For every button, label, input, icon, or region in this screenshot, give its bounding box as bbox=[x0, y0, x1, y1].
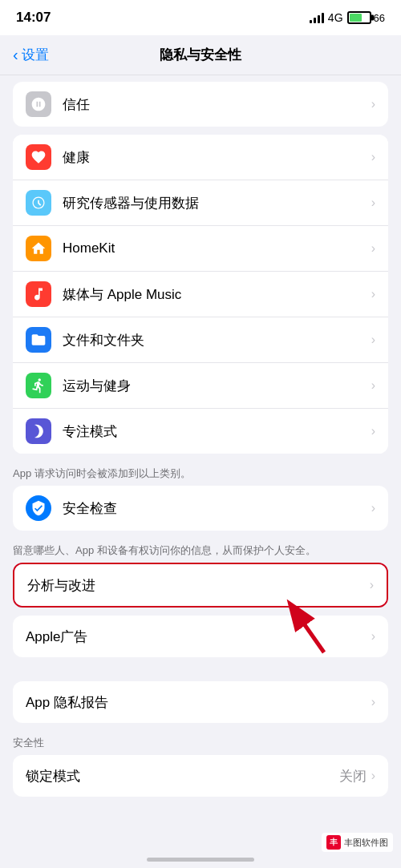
privacy-report-group: App 隐私报告 › bbox=[13, 681, 388, 723]
safety-group: 锁定模式 关闭 › bbox=[13, 755, 388, 797]
music-icon-svg bbox=[30, 286, 47, 302]
partial-icon bbox=[26, 91, 51, 117]
heart-icon bbox=[30, 149, 47, 165]
files-chevron: › bbox=[371, 333, 375, 347]
health-chevron: › bbox=[371, 150, 375, 164]
homekit-icon bbox=[26, 236, 51, 261]
battery-icon bbox=[347, 11, 371, 24]
partial-icon-svg bbox=[30, 96, 47, 112]
fitness-label: 运动与健身 bbox=[63, 377, 371, 395]
list-item-analysis[interactable]: 分析与改进 › bbox=[14, 564, 387, 606]
list-item-privacy-report[interactable]: App 隐私报告 › bbox=[13, 681, 388, 723]
files-icon bbox=[26, 327, 51, 353]
watermark-logo: 丰 bbox=[326, 835, 341, 850]
partial-label: 信任 bbox=[63, 95, 371, 114]
fitness-chevron: › bbox=[371, 378, 375, 393]
list-item-focus[interactable]: 专注模式 › bbox=[13, 409, 388, 454]
analysis-chevron: › bbox=[370, 578, 374, 592]
analysis-label: 分析与改进 bbox=[27, 576, 370, 595]
media-chevron: › bbox=[371, 287, 375, 301]
battery-level: 66 bbox=[374, 12, 385, 24]
research-icon bbox=[26, 190, 51, 216]
status-bar: 14:07 4G 66 bbox=[0, 0, 401, 35]
list-item-partial[interactable]: 信任 › bbox=[13, 82, 388, 127]
security-group: 安全检查 › bbox=[13, 486, 388, 531]
arrow-spacer bbox=[0, 665, 401, 681]
lock-mode-value: 关闭 bbox=[339, 767, 367, 785]
apple-ads-label: Apple广告 bbox=[26, 628, 371, 646]
section-note: App 请求访问时会被添加到以上类别。 bbox=[0, 462, 401, 486]
watermark: 丰 丰图软件图 bbox=[322, 833, 393, 852]
files-label: 文件和文件夹 bbox=[63, 331, 371, 349]
list-item-files[interactable]: 文件和文件夹 › bbox=[13, 317, 388, 363]
folder-icon-svg bbox=[30, 332, 47, 348]
security-label: 安全检查 bbox=[63, 499, 371, 518]
battery-fill bbox=[350, 14, 363, 22]
health-icon bbox=[26, 144, 51, 170]
network-type: 4G bbox=[328, 11, 343, 24]
safety-title: 安全性 bbox=[0, 731, 401, 755]
back-button[interactable]: ‹ 设置 bbox=[13, 46, 49, 64]
status-time: 14:07 bbox=[16, 10, 51, 26]
lock-mode-label: 锁定模式 bbox=[26, 767, 339, 785]
analysis-group: 分析与改进 › bbox=[13, 563, 388, 608]
list-item-homekit[interactable]: HomeKit › bbox=[13, 226, 388, 272]
partial-chevron: › bbox=[371, 97, 375, 111]
battery-container: 66 bbox=[347, 11, 385, 24]
partial-top-group: 信任 › bbox=[13, 82, 388, 127]
security-check-icon bbox=[26, 495, 51, 521]
fitness-icon bbox=[26, 373, 51, 398]
apple-ads-chevron: › bbox=[371, 629, 375, 644]
privacy-report-label: App 隐私报告 bbox=[26, 693, 371, 712]
main-list-group: 健康 › 研究传感器与使用数据 › HomeKit › bbox=[13, 135, 388, 454]
list-item-media[interactable]: 媒体与 Apple Music › bbox=[13, 272, 388, 317]
apple-ads-group: Apple广告 › bbox=[13, 616, 388, 657]
privacy-report-chevron: › bbox=[371, 695, 375, 709]
status-icons: 4G 66 bbox=[310, 11, 385, 24]
media-label: 媒体与 Apple Music bbox=[63, 285, 371, 304]
fitness-icon-svg bbox=[30, 377, 47, 394]
list-item-health[interactable]: 健康 › bbox=[13, 135, 388, 180]
research-label: 研究传感器与使用数据 bbox=[63, 194, 371, 212]
moon-icon-svg bbox=[30, 423, 47, 439]
list-item-fitness[interactable]: 运动与健身 › bbox=[13, 363, 388, 409]
lock-mode-chevron: › bbox=[371, 769, 375, 783]
media-icon bbox=[26, 281, 51, 307]
list-item-security[interactable]: 安全检查 › bbox=[13, 486, 388, 531]
home-icon-svg bbox=[30, 240, 47, 256]
security-note: 留意哪些人、App 和设备有权访问你的信息，从而保护个人安全。 bbox=[0, 539, 401, 563]
content: 信任 › 健康 › 研究传感器与使用数据 › bbox=[0, 82, 401, 797]
homekit-chevron: › bbox=[371, 241, 375, 256]
security-chevron: › bbox=[371, 501, 375, 515]
list-item-research[interactable]: 研究传感器与使用数据 › bbox=[13, 180, 388, 226]
research-icon-svg bbox=[30, 195, 47, 211]
homekit-label: HomeKit bbox=[63, 240, 371, 256]
watermark-text: 丰图软件图 bbox=[344, 837, 388, 849]
analysis-container: 分析与改进 › bbox=[13, 563, 388, 608]
back-label: 设置 bbox=[22, 46, 49, 64]
home-indicator bbox=[147, 858, 254, 862]
signal-bars-icon bbox=[310, 12, 324, 23]
focus-chevron: › bbox=[371, 424, 375, 438]
focus-icon bbox=[26, 418, 51, 444]
page-title: 隐私与安全性 bbox=[160, 46, 241, 64]
back-chevron-icon: ‹ bbox=[13, 46, 18, 63]
research-chevron: › bbox=[371, 196, 375, 210]
list-item-lock-mode[interactable]: 锁定模式 关闭 › bbox=[13, 755, 388, 797]
nav-bar: ‹ 设置 隐私与安全性 bbox=[0, 35, 401, 75]
focus-label: 专注模式 bbox=[63, 422, 371, 441]
security-icon-svg bbox=[30, 500, 47, 516]
health-label: 健康 bbox=[63, 148, 371, 167]
list-item-apple-ads[interactable]: Apple广告 › bbox=[13, 616, 388, 657]
